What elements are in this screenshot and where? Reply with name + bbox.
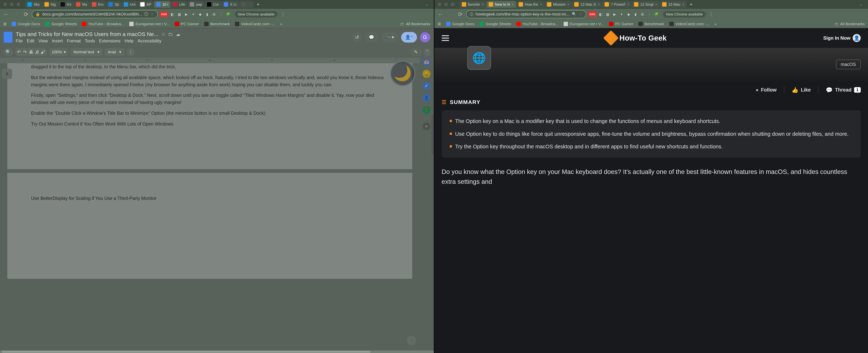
extensions-icon[interactable]: 🧩 — [225, 11, 231, 17]
spellcheck-icon[interactable]: Ꭿ — [35, 50, 38, 55]
doc-title[interactable]: Tips and Tricks for New macOS Users from… — [16, 31, 158, 37]
bookmarks-overflow-icon[interactable]: » — [714, 22, 717, 26]
meet-button[interactable]: 📹 ▾ — [381, 32, 398, 42]
hamburger-icon[interactable] — [442, 35, 449, 41]
menu-item[interactable]: Extensions — [99, 38, 121, 43]
bookmark-item[interactable]: Eurogamer.net • V... — [564, 22, 604, 26]
chrome-menu-icon[interactable]: ⋮ — [279, 12, 287, 17]
max-dot[interactable] — [451, 3, 455, 6]
tasks-icon[interactable]: ✔ — [423, 82, 431, 90]
close-icon[interactable]: × — [482, 2, 484, 7]
ext-icon[interactable]: ◧ — [598, 11, 603, 17]
font-select[interactable]: Arial▾ — [104, 48, 124, 56]
outline-button[interactable]: ☰ — [2, 69, 12, 79]
close-icon[interactable]: × — [655, 2, 657, 7]
more-tools-icon[interactable]: ⋮ — [128, 50, 133, 55]
reload-button[interactable]: ⟳ — [456, 10, 464, 18]
forward-button[interactable]: → — [12, 10, 20, 18]
browser-tab[interactable]: favorite× — [460, 1, 486, 8]
close-icon[interactable]: × — [512, 2, 514, 7]
bookmark-star-icon[interactable]: ☆ — [151, 12, 154, 17]
close-dot[interactable] — [438, 3, 441, 6]
browser-tab[interactable]: New to N× — [487, 1, 516, 8]
ext-icon[interactable]: ▮ — [633, 11, 638, 17]
bookmarks-overflow-icon[interactable]: » — [280, 22, 282, 26]
collapse-icon[interactable]: ˄ — [426, 50, 428, 55]
bookmark-item[interactable]: YouTube - Broadca... — [82, 22, 124, 26]
bookmark-item[interactable]: Google Docs — [446, 22, 474, 26]
docs-logo-icon[interactable] — [4, 32, 12, 43]
keep-icon[interactable]: 💡 — [423, 70, 431, 78]
browser-tab[interactable]: Uni — [122, 1, 138, 8]
ext-icon[interactable]: ✦ — [619, 11, 624, 17]
browser-tab[interactable]: My — [74, 1, 89, 8]
star-icon[interactable]: ☆ — [161, 31, 165, 37]
menu-item[interactable]: Accessibility — [137, 38, 161, 43]
bookmark-item[interactable]: VideoCardz.com -... — [669, 22, 709, 26]
close-dot[interactable] — [3, 3, 7, 6]
ext-icon[interactable]: ▶ — [184, 11, 189, 17]
maps-icon[interactable]: 📍 — [423, 106, 431, 114]
ext-icon[interactable]: ▮ — [205, 11, 210, 17]
browser-tab[interactable]: 12 Mac S× — [572, 1, 602, 8]
explore-button[interactable]: › — [407, 336, 416, 345]
close-icon[interactable]: × — [567, 2, 570, 7]
account-avatar[interactable]: G — [420, 32, 430, 42]
browser-tab[interactable]: 15 Mac× — [660, 1, 686, 8]
browser-tab[interactable]: It's — [58, 1, 73, 8]
horizontal-scrollbar[interactable] — [0, 350, 434, 353]
ext-icon[interactable]: ▦ — [177, 11, 182, 17]
chrome-update-chip[interactable]: New Chrome available — [663, 11, 706, 18]
browser-tab[interactable]: Em — [90, 1, 106, 8]
ext-icon[interactable]: ⊞ — [211, 11, 217, 17]
browser-tab[interactable]: Sky — [25, 1, 42, 8]
calendar-icon[interactable]: 📅 — [423, 58, 431, 66]
translate-icon[interactable]: 🔍 — [572, 12, 577, 17]
ext-icon[interactable]: ⊞ — [640, 11, 645, 17]
menu-item[interactable]: File — [16, 38, 23, 43]
browser-tab[interactable]: How the× — [517, 1, 545, 8]
print-icon[interactable]: 🖶 — [29, 50, 33, 55]
apps-icon[interactable]: ⊞ — [438, 22, 441, 26]
addons-plus-icon[interactable]: + — [423, 122, 431, 130]
history-icon[interactable]: ↺ — [352, 33, 362, 42]
browser-tab[interactable]: AP — [138, 1, 154, 8]
ext-icon[interactable]: ◆ — [197, 11, 203, 17]
bookmark-item[interactable]: VideoCardz.com -... — [235, 22, 275, 26]
ext-icon[interactable]: ◆ — [626, 11, 631, 17]
url-box[interactable]: 🔒 docs.google.com/document/d/1Wr6B1hK-hk… — [32, 10, 158, 18]
translate-icon[interactable]: ⓘ — [144, 11, 148, 17]
browser-tab[interactable]: htg — [42, 1, 58, 8]
zoom-select[interactable]: 100%▾ — [49, 48, 68, 56]
close-icon[interactable]: × — [682, 2, 684, 7]
bookmark-item[interactable]: PC Gamer — [609, 22, 633, 26]
tab-overflow-icon[interactable]: ⌄ — [423, 3, 431, 6]
close-icon[interactable]: × — [598, 2, 600, 7]
edit-mode-button[interactable]: ✎ — [410, 48, 422, 56]
bookmark-item[interactable]: Google Docs — [12, 22, 40, 26]
tab-overflow-icon[interactable]: ⌄ — [857, 3, 865, 6]
back-button[interactable]: ← — [2, 10, 10, 18]
bookmark-item[interactable]: Google Sheets — [479, 22, 511, 26]
menu-item[interactable]: Tools — [85, 38, 95, 43]
menu-item[interactable]: Help — [124, 38, 133, 43]
back-button[interactable]: ← — [437, 10, 444, 18]
ext-badge[interactable]: 8388 — [160, 11, 168, 17]
close-icon[interactable]: × — [540, 2, 542, 7]
reload-button[interactable]: ⟳ — [22, 10, 30, 18]
forward-button[interactable]: → — [446, 10, 455, 18]
extensions-icon[interactable]: 🧩 — [654, 11, 659, 17]
browser-tab[interactable]: Life — [171, 1, 187, 8]
like-button[interactable]: 👍 Like — [792, 86, 811, 94]
close-icon[interactable]: × — [627, 2, 629, 7]
move-icon[interactable]: 🗀 — [168, 31, 173, 37]
menu-item[interactable]: Edit — [27, 38, 34, 43]
max-dot[interactable] — [17, 3, 20, 6]
follow-button[interactable]: ⭑ Follow — [756, 86, 776, 94]
thread-button[interactable]: 💬 Thread 1 — [826, 86, 861, 94]
share-button[interactable]: 👤⁺ — [401, 32, 417, 42]
bookmark-item[interactable]: Benchmark — [204, 22, 230, 26]
bookmark-item[interactable]: PC Gamer — [175, 22, 199, 26]
macos-tag[interactable]: macOS — [836, 60, 861, 69]
all-bookmarks[interactable]: 🗀 All Bookmarks — [835, 22, 865, 26]
